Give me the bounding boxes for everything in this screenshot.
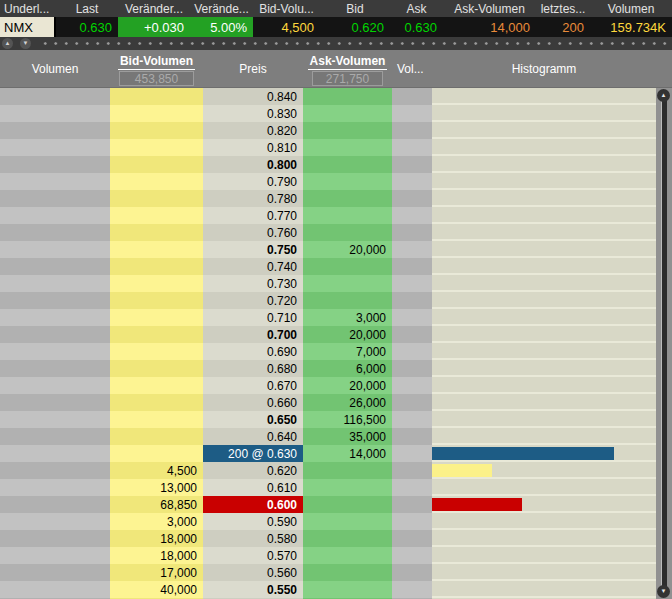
bid-volume-cell[interactable] <box>110 309 203 326</box>
bid-volume-cell[interactable] <box>110 224 203 241</box>
price-cell[interactable]: 0.560 <box>203 564 303 581</box>
ask-volume-cell[interactable] <box>303 122 392 139</box>
bid-volume-cell[interactable] <box>110 88 203 105</box>
header-volumen[interactable]: Volumen <box>0 50 110 87</box>
bid-volume-cell[interactable]: 18,000 <box>110 530 203 547</box>
bid-volume-cell[interactable] <box>110 445 203 462</box>
price-cell[interactable]: 0.670 <box>203 377 303 394</box>
price-cell[interactable]: 0.840 <box>203 88 303 105</box>
ask-volume-cell[interactable] <box>303 88 392 105</box>
bid-volume-cell[interactable]: 17,000 <box>110 564 203 581</box>
header-bid-volumen[interactable]: Bid-Volumen 453,850 <box>110 50 203 87</box>
price-cell[interactable]: 0.720 <box>203 292 303 309</box>
bid-volume-cell[interactable] <box>110 207 203 224</box>
price-cell[interactable]: 0.640 <box>203 428 303 445</box>
ask-volume-cell[interactable] <box>303 275 392 292</box>
price-cell[interactable]: 0.690 <box>203 343 303 360</box>
ask-volume-cell[interactable] <box>303 190 392 207</box>
price-cell[interactable]: 200 @ 0.630 <box>203 445 303 462</box>
ask-volume-cell[interactable]: 20,000 <box>303 326 392 343</box>
price-cell[interactable]: 0.620 <box>203 462 303 479</box>
ask-volume-cell[interactable] <box>303 513 392 530</box>
price-cell[interactable]: 0.800 <box>203 156 303 173</box>
collapse-up-icon[interactable]: ▲ <box>2 38 13 49</box>
price-cell[interactable]: 0.570 <box>203 547 303 564</box>
price-cell[interactable]: 0.590 <box>203 513 303 530</box>
price-cell[interactable]: 0.810 <box>203 139 303 156</box>
price-cell[interactable]: 0.830 <box>203 105 303 122</box>
ask-volume-cell[interactable]: 14,000 <box>303 445 392 462</box>
ask-volume-cell[interactable] <box>303 156 392 173</box>
price-cell[interactable]: 0.820 <box>203 122 303 139</box>
bid-volume-cell[interactable] <box>110 428 203 445</box>
ask-volume-cell[interactable] <box>303 207 392 224</box>
price-cell[interactable]: 0.580 <box>203 530 303 547</box>
price-cell[interactable]: 0.680 <box>203 360 303 377</box>
bid-volume-cell[interactable]: 3,000 <box>110 513 203 530</box>
price-cell[interactable]: 0.740 <box>203 258 303 275</box>
price-cell[interactable]: 0.550 <box>203 581 303 598</box>
ask-volume-cell[interactable] <box>303 530 392 547</box>
ask-volume-cell[interactable] <box>303 292 392 309</box>
ask-volume-cell[interactable]: 20,000 <box>303 377 392 394</box>
price-cell[interactable]: 0.600 <box>203 496 303 513</box>
bid-volume-cell[interactable] <box>110 360 203 377</box>
bid-volume-cell[interactable] <box>110 156 203 173</box>
bid-volume-cell[interactable]: 40,000 <box>110 581 203 598</box>
header-ask-volumen[interactable]: Ask-Volumen 271,750 <box>303 50 392 87</box>
bid-volume-cell[interactable] <box>110 394 203 411</box>
price-cell[interactable]: 0.700 <box>203 326 303 343</box>
scroll-up-icon[interactable]: ▲ <box>657 89 670 102</box>
price-cell[interactable]: 0.780 <box>203 190 303 207</box>
price-cell[interactable]: 0.660 <box>203 394 303 411</box>
collapse-down-icon[interactable]: ▼ <box>20 38 31 49</box>
bid-volume-cell[interactable]: 18,000 <box>110 547 203 564</box>
vertical-scrollbar[interactable]: ▲ ▼ <box>656 88 672 599</box>
bid-volume-cell[interactable] <box>110 292 203 309</box>
bid-volume-cell[interactable]: 13,000 <box>110 479 203 496</box>
ask-volume-cell[interactable]: 26,000 <box>303 394 392 411</box>
ask-volume-cell[interactable]: 3,000 <box>303 309 392 326</box>
header-vol[interactable]: Vol... <box>392 50 432 87</box>
price-cell[interactable]: 0.610 <box>203 479 303 496</box>
ask-volume-cell[interactable]: 7,000 <box>303 343 392 360</box>
bid-volume-cell[interactable] <box>110 190 203 207</box>
bid-volume-cell[interactable] <box>110 377 203 394</box>
header-preis[interactable]: Preis <box>203 50 303 87</box>
bid-volume-cell[interactable] <box>110 258 203 275</box>
bid-volume-cell[interactable] <box>110 122 203 139</box>
bid-volume-cell[interactable] <box>110 139 203 156</box>
price-cell[interactable]: 0.750 <box>203 241 303 258</box>
price-cell[interactable]: 0.760 <box>203 224 303 241</box>
ask-volume-cell[interactable]: 20,000 <box>303 241 392 258</box>
bid-volume-cell[interactable] <box>110 326 203 343</box>
bid-volume-cell[interactable] <box>110 343 203 360</box>
bid-volume-cell[interactable] <box>110 411 203 428</box>
scroll-down-icon[interactable]: ▼ <box>657 585 670 598</box>
ask-volume-cell[interactable] <box>303 581 392 598</box>
bid-volume-cell[interactable] <box>110 173 203 190</box>
bid-volume-cell[interactable] <box>110 105 203 122</box>
price-cell[interactable]: 0.730 <box>203 275 303 292</box>
ask-volume-cell[interactable] <box>303 258 392 275</box>
ask-volume-cell[interactable] <box>303 105 392 122</box>
ask-volume-cell[interactable]: 116,500 <box>303 411 392 428</box>
bid-volume-cell[interactable]: 4,500 <box>110 462 203 479</box>
ask-volume-cell[interactable] <box>303 547 392 564</box>
bid-volume-cell[interactable]: 68,850 <box>110 496 203 513</box>
ask-volume-cell[interactable] <box>303 496 392 513</box>
price-cell[interactable]: 0.790 <box>203 173 303 190</box>
bid-volume-cell[interactable] <box>110 241 203 258</box>
scrollbar-track[interactable] <box>662 96 667 591</box>
header-histogramm[interactable]: Histogramm <box>432 50 656 87</box>
price-cell[interactable]: 0.650 <box>203 411 303 428</box>
ask-volume-cell[interactable]: 35,000 <box>303 428 392 445</box>
ask-volume-cell[interactable] <box>303 224 392 241</box>
ask-volume-cell[interactable]: 6,000 <box>303 360 392 377</box>
price-cell[interactable]: 0.710 <box>203 309 303 326</box>
ask-volume-cell[interactable] <box>303 173 392 190</box>
price-cell[interactable]: 0.770 <box>203 207 303 224</box>
ask-volume-cell[interactable] <box>303 479 392 496</box>
ask-volume-cell[interactable] <box>303 564 392 581</box>
ask-volume-cell[interactable] <box>303 139 392 156</box>
